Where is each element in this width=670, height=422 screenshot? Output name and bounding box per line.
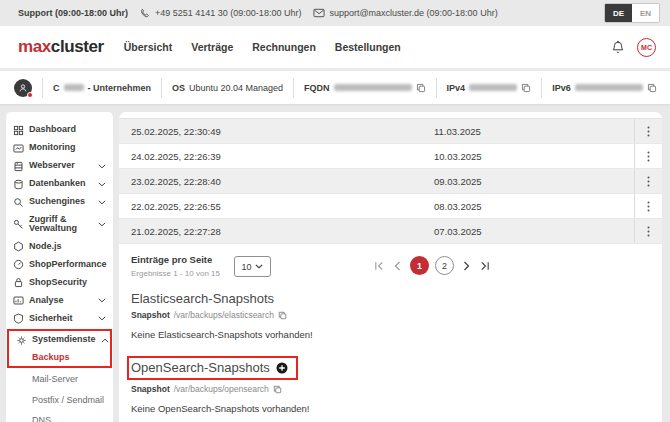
company-name-redacted bbox=[64, 84, 84, 91]
sidebar-item-label: Postfix / Sendmail bbox=[32, 396, 104, 406]
sidebar-item-webserver[interactable]: Webserver bbox=[6, 157, 113, 175]
datenbanken-icon bbox=[13, 179, 24, 190]
sidebar-item-mail-server[interactable]: Mail-Server bbox=[6, 369, 113, 390]
chevron-up-icon bbox=[101, 338, 109, 343]
table-row: 23.02.2025, 22:28:4009.03.2025 bbox=[119, 169, 662, 194]
sidebar-item-label: Mail-Server bbox=[32, 375, 78, 385]
sidebar-item-label: Webserver bbox=[29, 161, 75, 171]
ipv4-info: IPv4 bbox=[447, 83, 532, 93]
backup-expiry-cell: 07.03.2025 bbox=[434, 226, 634, 237]
annotation-highlight-opensearch: OpenSearch-Snapshots bbox=[127, 356, 298, 380]
ipv4-value-redacted bbox=[469, 84, 517, 91]
systemdienste-icon bbox=[16, 335, 27, 346]
fqdn-info: FQDN bbox=[304, 83, 426, 93]
os-value: Ubuntu 20.04 Managed bbox=[189, 83, 283, 93]
sidebar-item-sicherheit[interactable]: Sicherheit bbox=[6, 310, 113, 328]
backup-expiry-cell: 10.03.2025 bbox=[434, 151, 634, 162]
logo-part-cluster: cluster bbox=[51, 37, 104, 57]
support-phone[interactable]: +49 5251 4141 30 (09:00-18:00 Uhr) bbox=[140, 8, 301, 19]
nav-item-uebersicht[interactable]: Übersicht bbox=[124, 41, 172, 53]
sidebar-item-label: Monitoring bbox=[29, 143, 76, 153]
chevron-down-icon bbox=[98, 200, 106, 205]
copy-path-icon[interactable] bbox=[278, 311, 287, 320]
sidebar-item-dns[interactable]: DNS bbox=[6, 411, 113, 422]
mail-icon bbox=[313, 8, 325, 18]
annotation-highlight-systemdienste: SystemdiensteBackups bbox=[7, 329, 112, 368]
per-page-label: Einträge pro Seite bbox=[131, 254, 220, 265]
table-row: 21.02.2025, 22:27:2807.03.2025 bbox=[119, 219, 662, 244]
backup-created-cell: 25.02.2025, 22:30:49 bbox=[119, 126, 434, 137]
elasticsearch-section-title: Elasticsearch-Snapshots bbox=[131, 291, 662, 306]
row-actions-kebab-button[interactable] bbox=[634, 219, 662, 243]
support-phone-text: +49 5251 4141 30 (09:00-18:00 Uhr) bbox=[155, 8, 301, 18]
nav-item-rechnungen[interactable]: Rechnungen bbox=[252, 41, 316, 53]
row-actions-kebab-button[interactable] bbox=[634, 194, 662, 218]
company-avatar[interactable] bbox=[14, 79, 32, 97]
nav-item-vertraege[interactable]: Verträge bbox=[191, 41, 233, 53]
sidebar: DashboardMonitoringWebserverDatenbankenS… bbox=[6, 112, 113, 422]
sidebar-item-shopperformance[interactable]: ShopPerformance bbox=[6, 256, 113, 274]
row-actions-kebab-button[interactable] bbox=[634, 169, 662, 193]
language-switch: DE EN bbox=[604, 3, 660, 23]
sidebar-item-systemdienste[interactable]: Systemdienste bbox=[9, 331, 110, 350]
page-1-button[interactable]: 1 bbox=[410, 256, 429, 275]
main-content: 25.02.2025, 22:30:4911.03.202524.02.2025… bbox=[119, 112, 662, 422]
chevron-down-icon bbox=[98, 316, 106, 321]
os-label: OS bbox=[172, 83, 185, 93]
lang-de-button[interactable]: DE bbox=[605, 4, 632, 22]
sidebar-item-analyse[interactable]: Analyse bbox=[6, 292, 113, 310]
row-actions-kebab-button[interactable] bbox=[634, 119, 662, 143]
row-actions-kebab-button[interactable] bbox=[634, 144, 662, 168]
backups-table: 25.02.2025, 22:30:4911.03.202524.02.2025… bbox=[119, 118, 662, 244]
sidebar-item-suchengines[interactable]: Suchengines bbox=[6, 193, 113, 211]
user-avatar[interactable]: MC bbox=[637, 38, 656, 57]
pager: 12 bbox=[374, 256, 490, 275]
support-email[interactable]: support@maxcluster.de (09:00-18:00 Uhr) bbox=[313, 8, 497, 18]
sidebar-item-postfix-sendmail[interactable]: Postfix / Sendmail bbox=[6, 390, 113, 411]
sidebar-item-label: Datenbanken bbox=[29, 179, 86, 189]
notifications-bell-icon[interactable] bbox=[611, 40, 625, 55]
sidebar-item-backups[interactable]: Backups bbox=[9, 349, 110, 366]
sidebar-item-label: Zugriff & Verwaltung bbox=[29, 215, 93, 235]
chevron-down-icon bbox=[98, 182, 106, 187]
divider bbox=[161, 78, 162, 98]
add-opensearch-snapshot-button[interactable] bbox=[276, 362, 288, 374]
sidebar-item-dashboard[interactable]: Dashboard bbox=[6, 121, 113, 139]
sidebar-item-label: ShopSecurity bbox=[29, 278, 87, 288]
sidebar-item-label: Suchengines bbox=[29, 197, 85, 207]
copy-fqdn-icon[interactable] bbox=[416, 83, 426, 93]
main-navigation: ÜbersichtVerträgeRechnungenBestellungen bbox=[124, 41, 401, 53]
chevron-down-icon bbox=[255, 264, 263, 269]
nav-item-bestellungen[interactable]: Bestellungen bbox=[335, 41, 401, 53]
copy-ipv4-icon[interactable] bbox=[521, 83, 531, 93]
sidebar-item-zugriff-verwaltung[interactable]: Zugriff & Verwaltung bbox=[6, 211, 113, 238]
opensearch-empty-message: Keine OpenSearch-Snapshots vorhanden! bbox=[131, 403, 662, 414]
last-page-button[interactable] bbox=[480, 261, 490, 271]
sidebar-item-datenbanken[interactable]: Datenbanken bbox=[6, 175, 113, 193]
copy-ipv6-icon[interactable] bbox=[647, 83, 657, 93]
account-bar: C - Unternehmen OS Ubuntu 20.04 Managed … bbox=[0, 71, 670, 104]
copy-path-icon[interactable] bbox=[273, 385, 282, 394]
table-row: 22.02.2025, 22:26:5508.03.2025 bbox=[119, 194, 662, 219]
sidebar-item-label: Systemdienste bbox=[32, 335, 96, 345]
per-page-select[interactable]: 10 bbox=[234, 256, 271, 277]
per-page-value: 10 bbox=[241, 262, 251, 272]
webserver-icon bbox=[13, 161, 24, 172]
analyse-icon bbox=[13, 295, 24, 306]
company-suffix: - Unternehmen bbox=[88, 83, 152, 93]
sidebar-item-shopsecurity[interactable]: ShopSecurity bbox=[6, 274, 113, 292]
fqdn-label: FQDN bbox=[304, 83, 330, 93]
divider bbox=[42, 78, 43, 98]
maxcluster-logo[interactable]: max cluster bbox=[18, 37, 104, 57]
sidebar-item-nodejs[interactable]: Node.js bbox=[6, 238, 113, 256]
lang-en-button[interactable]: EN bbox=[632, 4, 659, 22]
ipv6-label: IPv6 bbox=[552, 83, 571, 93]
next-page-button[interactable] bbox=[463, 261, 471, 271]
previous-page-button[interactable] bbox=[393, 261, 401, 271]
sidebar-item-monitoring[interactable]: Monitoring bbox=[6, 139, 113, 157]
backup-expiry-cell: 11.03.2025 bbox=[434, 126, 634, 137]
divider bbox=[541, 78, 542, 98]
first-page-button[interactable] bbox=[374, 261, 384, 271]
sidebar-item-label: Backups bbox=[32, 353, 70, 363]
page-2-button[interactable]: 2 bbox=[435, 256, 454, 275]
